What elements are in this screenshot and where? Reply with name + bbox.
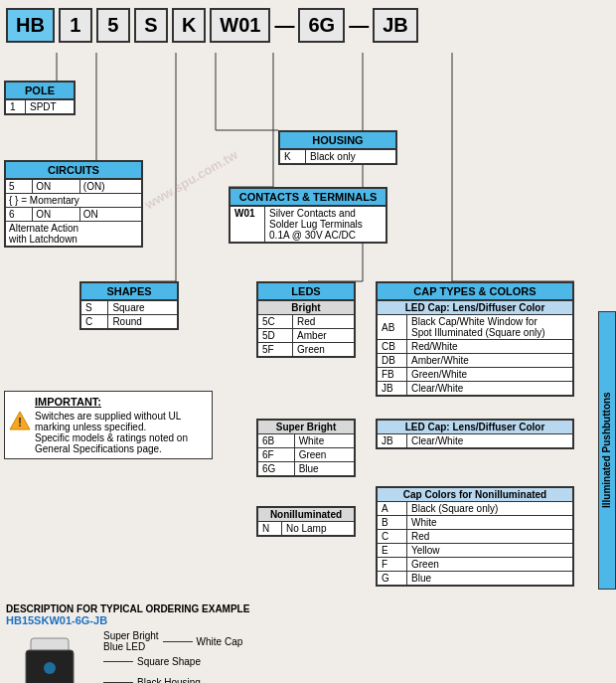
led-no-lamp: No Lamp bbox=[281, 522, 354, 536]
cap-cb: CB bbox=[378, 340, 407, 354]
contacts-section: CONTACTS & TERMINALS W01 Silver Contacts… bbox=[229, 187, 387, 244]
led-green: Green bbox=[293, 343, 355, 357]
shape-desc: Square bbox=[108, 301, 178, 315]
leds-title: LEDS bbox=[257, 282, 355, 300]
illuminated-label: Illuminated Pushbuttons bbox=[601, 393, 612, 509]
led-6b: 6B bbox=[258, 434, 295, 448]
table-row: 5D Amber bbox=[258, 329, 355, 343]
circuit-state4: ON bbox=[79, 208, 141, 222]
cap-fb: FB bbox=[378, 368, 407, 382]
led-amber: Amber bbox=[293, 329, 355, 343]
circuits-title: CIRCUITS bbox=[5, 161, 142, 179]
cap-g-desc: Blue bbox=[407, 572, 573, 586]
table-row: 5 ON (ON) bbox=[6, 180, 142, 194]
circuit-state3: ON bbox=[33, 208, 80, 222]
led-5d: 5D bbox=[258, 329, 293, 343]
pole-section: POLE 1 SPDT bbox=[4, 81, 76, 115]
housing-title: HOUSING bbox=[279, 131, 396, 149]
housing-table: K Black only bbox=[279, 149, 396, 164]
description-code: HB15SKW01-6G-JB bbox=[6, 614, 610, 626]
cap-nonillum-table: Cap Colors for Nonilluminated A Black (S… bbox=[377, 487, 573, 586]
cap-super-jb-desc: Clear/White bbox=[407, 434, 573, 448]
nonillum-header: Nonilluminated bbox=[258, 508, 355, 522]
cap-g: G bbox=[378, 572, 407, 586]
table-row: S Square bbox=[81, 301, 178, 315]
shapes-section: SHAPES S Square C Round bbox=[79, 281, 179, 330]
nonillum-section: Nonilluminated N No Lamp bbox=[256, 506, 356, 537]
label-row-2: Square Shape bbox=[103, 656, 610, 667]
description-labels: Super BrightBlue LED White Cap Square Sh… bbox=[103, 630, 610, 683]
table-row: Cap Colors for Nonilluminated bbox=[378, 488, 573, 502]
code-s: S bbox=[134, 8, 168, 43]
table-row: 5F Green bbox=[258, 343, 355, 357]
table-row: AB Black Cap/White Window forSpot Illumi… bbox=[378, 315, 573, 340]
led-n: N bbox=[258, 522, 282, 536]
description-section: DESCRIPTION FOR TYPICAL ORDERING EXAMPLE… bbox=[0, 599, 616, 683]
svg-point-16 bbox=[44, 662, 56, 674]
table-row: Super Bright bbox=[258, 421, 355, 434]
description-content: Super BrightBlue LED White Cap Square Sh… bbox=[6, 630, 610, 683]
table-row: 1 SPDT bbox=[6, 100, 75, 114]
led-6g: 6G bbox=[258, 462, 295, 476]
table-row: 6G Blue bbox=[258, 462, 355, 476]
table-row: JB Clear/White bbox=[378, 434, 573, 448]
cap-table: LED Cap: Lens/Diffuser Color AB Black Ca… bbox=[377, 300, 573, 396]
code-w01: W01 bbox=[210, 8, 270, 43]
led-green2: Green bbox=[294, 448, 354, 462]
table-row: B White bbox=[378, 516, 573, 530]
cap-cb-desc: Red/White bbox=[407, 340, 573, 354]
cap-ab-desc: Black Cap/White Window forSpot Illuminat… bbox=[407, 315, 573, 340]
super-bright-header: Super Bright bbox=[258, 421, 355, 434]
pole-num: 1 bbox=[6, 100, 26, 114]
cap-section: CAP TYPES & COLORS LED Cap: Lens/Diffuse… bbox=[376, 281, 574, 397]
table-row: FB Green/White bbox=[378, 368, 573, 382]
shape-code2: C bbox=[81, 315, 108, 329]
cap-db-desc: Amber/White bbox=[407, 354, 573, 368]
table-row: A Black (Square only) bbox=[378, 502, 573, 516]
illuminated-tab: Illuminated Pushbuttons bbox=[598, 311, 616, 590]
table-row: LED Cap: Lens/Diffuser Color bbox=[378, 301, 573, 315]
code-jb: JB bbox=[373, 8, 418, 43]
bright-header: Bright bbox=[258, 301, 355, 315]
table-row: 6 ON ON bbox=[6, 208, 142, 222]
circuits-section: CIRCUITS 5 ON (ON) { } = Momentary 6 ON … bbox=[4, 160, 143, 248]
important-box: IMPORTANT: ! Switches are supplied witho… bbox=[4, 391, 213, 459]
cap-f-desc: Green bbox=[407, 558, 573, 572]
important-title: IMPORTANT: bbox=[35, 396, 206, 408]
cap-title: CAP TYPES & COLORS bbox=[377, 282, 573, 300]
table-row: K Black only bbox=[280, 150, 396, 164]
description-title: DESCRIPTION FOR TYPICAL ORDERING EXAMPLE bbox=[6, 603, 610, 614]
circuit-alternate: Alternate Actionwith Latchdown bbox=[6, 222, 142, 247]
cap-fb-desc: Green/White bbox=[407, 368, 573, 382]
cap-super-table: LED Cap: Lens/Diffuser Color JB Clear/Wh… bbox=[377, 420, 573, 448]
cap-db: DB bbox=[378, 354, 407, 368]
table-row: 6B White bbox=[258, 434, 355, 448]
pushbutton-illustration bbox=[6, 630, 95, 683]
table-row: LED Cap: Lens/Diffuser Color bbox=[378, 421, 573, 434]
diagram-area: POLE 1 SPDT CIRCUITS 5 ON (ON) { } = Mom… bbox=[0, 43, 616, 599]
cap-a-desc: Black (Square only) bbox=[407, 502, 573, 516]
code-5: 5 bbox=[96, 8, 130, 43]
table-row: Nonilluminated bbox=[258, 508, 355, 522]
table-row: Bright bbox=[258, 301, 355, 315]
label-square-shape: Square Shape bbox=[137, 656, 201, 667]
housing-desc: Black only bbox=[306, 150, 396, 164]
table-row: { } = Momentary bbox=[6, 194, 142, 208]
important-text: Switches are supplied without ULmarking … bbox=[35, 411, 206, 454]
pole-table: 1 SPDT bbox=[5, 99, 75, 114]
leds-table: Bright 5C Red 5D Amber 5F Green bbox=[257, 300, 355, 357]
label-row-3: Black Housing bbox=[103, 677, 610, 683]
cap-e-desc: Yellow bbox=[407, 544, 573, 558]
table-row: E Yellow bbox=[378, 544, 573, 558]
cap-super-jb: JB bbox=[378, 434, 407, 448]
label-white-cap: White Cap bbox=[197, 636, 243, 647]
pole-desc: SPDT bbox=[26, 100, 75, 114]
contacts-desc: Silver Contacts andSolder Lug Terminals0… bbox=[265, 207, 386, 243]
cap-ab: AB bbox=[378, 315, 407, 340]
leds-section: LEDS Bright 5C Red 5D Amber 5F Green bbox=[256, 281, 356, 358]
svg-text:!: ! bbox=[18, 416, 22, 429]
table-row: 6F Green bbox=[258, 448, 355, 462]
led-6f: 6F bbox=[258, 448, 295, 462]
warning-icon: ! bbox=[9, 410, 31, 431]
label-black-housing: Black Housing bbox=[137, 677, 201, 683]
